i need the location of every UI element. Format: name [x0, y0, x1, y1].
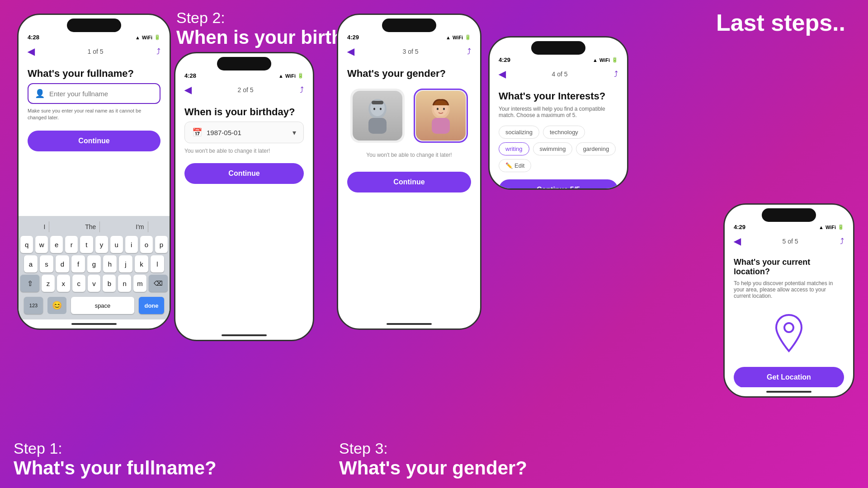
battery-icon: 🔋 [154, 34, 160, 40]
phone2-notch [217, 57, 271, 70]
emoji-key[interactable]: 😊 [47, 297, 66, 314]
suggestion-im[interactable]: I'm [132, 221, 148, 232]
phone3-title: What's your gender? [347, 68, 471, 80]
tag-writing[interactable]: writing [499, 142, 529, 155]
done-key[interactable]: done [139, 297, 164, 314]
key-u[interactable]: u [110, 236, 123, 253]
phone3-exit-icon[interactable]: ⤴ [467, 47, 471, 56]
phone2-back-icon[interactable]: ◀ [184, 84, 191, 95]
phone4-continue-button[interactable]: Continue 5/5 [499, 179, 618, 188]
fullname-input[interactable] [49, 90, 153, 98]
edit-button[interactable]: ✏️ Edit [499, 159, 531, 172]
step1-bottom-label: Step 1: What's your fullname? [14, 440, 217, 479]
step3-line2: What's your gender? [339, 457, 527, 479]
shift-key[interactable]: ⇧ [20, 275, 39, 292]
phone1-input-wrapper[interactable]: 👤 [28, 83, 160, 104]
signal-icon: ▲ [819, 225, 824, 230]
phone3-gender: 4:29 ▲ WiFi 🔋 ◀ 3 of 5 ⤴ What's your gen… [337, 14, 481, 330]
phone4-step-label: 4 of 5 [552, 70, 567, 78]
date-value: 1987-05-01 [207, 129, 241, 136]
space-key[interactable]: space [71, 297, 134, 314]
phone5-home-indicator [725, 387, 853, 396]
key-s[interactable]: s [40, 255, 53, 272]
key-f[interactable]: f [71, 255, 85, 272]
key-d[interactable]: d [56, 255, 69, 272]
last-steps-header: Last steps.. [716, 9, 845, 36]
key-x[interactable]: x [57, 275, 70, 292]
key-j[interactable]: j [119, 255, 132, 272]
chevron-down-icon: ▾ [292, 128, 296, 137]
gender-male-option[interactable] [350, 89, 405, 143]
location-icon-wrapper [734, 313, 844, 353]
phone3-continue-button[interactable]: Continue [347, 172, 471, 192]
gender-female-option[interactable] [414, 89, 468, 143]
phone3-time: 4:29 [347, 34, 359, 41]
phone4-back-icon[interactable]: ◀ [499, 69, 505, 80]
phone2-home-indicator [175, 331, 313, 340]
svg-point-10 [443, 108, 445, 110]
key-m[interactable]: m [133, 275, 146, 292]
pencil-icon: ✏️ [505, 162, 513, 169]
key-o[interactable]: o [140, 236, 153, 253]
phone2-exit-icon[interactable]: ⤴ [300, 85, 304, 95]
key-z[interactable]: z [42, 275, 55, 292]
keyboard-row1: q w e r t y u i o p [20, 236, 168, 253]
key-r[interactable]: r [65, 236, 78, 253]
home-bar5 [766, 391, 811, 393]
phone2-status: 4:28 ▲ WiFi 🔋 [175, 70, 313, 81]
tag-technology[interactable]: technology [543, 126, 585, 139]
key-t[interactable]: t [80, 236, 93, 253]
phone2-continue-button[interactable]: Continue [184, 163, 304, 184]
svg-point-4 [373, 108, 375, 110]
phone5-back-icon[interactable]: ◀ [734, 236, 741, 247]
suggestion-i[interactable]: I [40, 221, 49, 232]
key-w[interactable]: w [35, 236, 48, 253]
wifi-icon: WiFi [285, 73, 296, 79]
phone1-back-icon[interactable]: ◀ [28, 46, 34, 57]
phone5-exit-icon[interactable]: ⤴ [840, 237, 844, 246]
key-q[interactable]: q [20, 236, 33, 253]
battery-icon: 🔋 [297, 73, 304, 79]
phone5-time: 4:29 [734, 224, 745, 230]
key-e[interactable]: e [50, 236, 63, 253]
tag-socializing[interactable]: socializing [499, 126, 539, 139]
home-bar3 [387, 323, 432, 325]
phone4-nav: ◀ 4 of 5 ⤴ [490, 65, 627, 83]
num-key[interactable]: 123 [24, 297, 43, 314]
phone1-exit-icon[interactable]: ⤴ [156, 47, 160, 56]
get-location-button[interactable]: Get Location [734, 367, 844, 387]
phone3-home-indicator [338, 319, 480, 328]
phone3-back-icon[interactable]: ◀ [347, 46, 354, 57]
phone3-nav: ◀ 3 of 5 ⤴ [338, 42, 480, 61]
phone1-continue-button[interactable]: Continue [28, 131, 160, 151]
key-c[interactable]: c [72, 275, 85, 292]
phone2-title: When is your birthday? [184, 106, 304, 118]
key-a[interactable]: a [24, 255, 38, 272]
delete-key[interactable]: ⌫ [149, 275, 168, 292]
key-v[interactable]: v [88, 275, 101, 292]
suggestion-the[interactable]: The [81, 221, 100, 232]
phone5-step-label: 5 of 5 [782, 238, 798, 245]
phone3-hint: You won't be able to change it later! [347, 152, 471, 158]
key-n[interactable]: n [118, 275, 131, 292]
signal-icon: ▲ [135, 35, 140, 40]
key-k[interactable]: k [135, 255, 148, 272]
phone1-notch [67, 19, 121, 32]
key-b[interactable]: b [103, 275, 116, 292]
key-g[interactable]: g [87, 255, 101, 272]
key-i[interactable]: i [125, 236, 138, 253]
key-y[interactable]: y [95, 236, 108, 253]
phone3-notch [382, 19, 436, 32]
key-l[interactable]: l [151, 255, 164, 272]
key-p[interactable]: p [155, 236, 168, 253]
key-h[interactable]: h [103, 255, 117, 272]
tag-swimming[interactable]: swimming [533, 142, 573, 155]
svg-point-11 [784, 323, 793, 332]
phone4-status: 4:29 ▲ WiFi 🔋 [490, 55, 627, 65]
birthday-date-picker[interactable]: 📅 1987-05-01 ▾ [184, 122, 304, 143]
female-avatar [416, 91, 466, 141]
wifi-icon: WiFi [453, 35, 463, 40]
tag-gardening[interactable]: gardening [576, 142, 616, 155]
phone4-exit-icon[interactable]: ⤴ [614, 70, 618, 79]
phone3-content: What's your gender? [338, 61, 480, 319]
